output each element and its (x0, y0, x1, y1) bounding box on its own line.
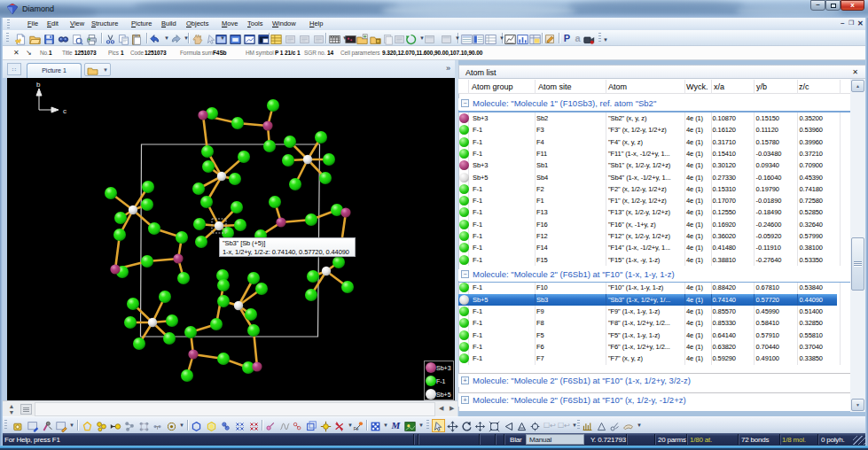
svg-text:c: c (63, 107, 66, 115)
svg-text:Fe: Fe (354, 427, 359, 431)
svg-text:b: b (36, 81, 41, 89)
